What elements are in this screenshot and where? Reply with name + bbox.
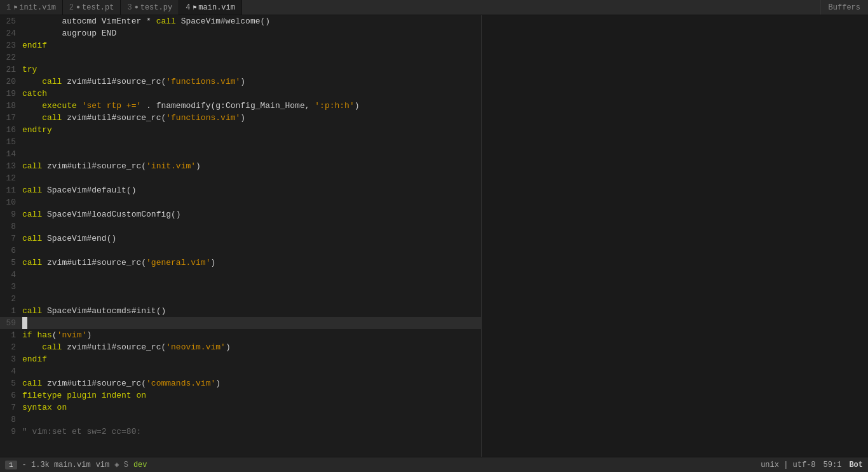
- line-content: " vim:set et sw=2 cc=80:: [22, 426, 481, 438]
- code-token: 'general.vim': [146, 258, 210, 267]
- code-panel: 25 autocmd VimEnter * call SpaceVim#welc…: [0, 15, 482, 457]
- code-token: [22, 77, 42, 86]
- buffers-label: Buffers: [820, 0, 868, 15]
- code-token: zvim#util#source_rc(: [42, 258, 146, 267]
- tab-test-pt[interactable]: 2●test.pt: [63, 0, 121, 15]
- code-token: . fnamemodify(g:Config_Main_Home,: [141, 101, 315, 111]
- line-number: 3: [0, 353, 22, 365]
- status-left: 1 - 1.3k main.vim vim ◈ S dev: [5, 460, 147, 469]
- line-content: call SpaceVim#end(): [22, 233, 481, 245]
- line-content: [22, 196, 481, 208]
- table-row: 6: [0, 245, 481, 257]
- status-diamond: ◈ S: [114, 460, 128, 469]
- tab-label: main.vim: [198, 3, 235, 12]
- table-row: 17 call zvim#util#source_rc('functions.v…: [0, 112, 481, 124]
- code-token: 'set rtp +=': [82, 101, 142, 111]
- code-token: endif: [22, 354, 47, 364]
- line-number: 11: [0, 184, 22, 196]
- line-content: augroup END: [22, 27, 481, 39]
- code-token: call: [42, 342, 62, 352]
- status-num: 1: [5, 461, 17, 469]
- status-bot: Bot: [849, 461, 863, 469]
- code-token: " vim:set et sw=2 cc=80:: [22, 427, 141, 436]
- code-editor[interactable]: 25 autocmd VimEnter * call SpaceVim#welc…: [0, 15, 481, 457]
- code-token: execute: [42, 101, 77, 111]
- line-content: [22, 51, 481, 64]
- table-row: 10: [0, 196, 481, 208]
- code-token: (: [52, 330, 57, 340]
- tab-init-vim[interactable]: 1⚑init.vim: [0, 0, 63, 15]
- line-number: 21: [0, 64, 22, 76]
- table-row: 22: [0, 51, 481, 64]
- table-row: 2: [0, 293, 481, 305]
- table-row: 4: [0, 365, 481, 377]
- code-token: call: [22, 234, 42, 243]
- line-number: 6: [0, 389, 22, 401]
- status-branch: dev: [133, 461, 147, 469]
- code-token: endtry: [22, 125, 52, 135]
- tab-num: 2: [69, 3, 74, 12]
- table-row: 14: [0, 148, 481, 160]
- editor-area: 25 autocmd VimEnter * call SpaceVim#welc…: [0, 15, 868, 457]
- line-content: autocmd VimEnter * call SpaceVim#welcome…: [22, 15, 481, 27]
- line-content: if has('nvim'): [22, 329, 481, 341]
- line-content: endtry: [22, 124, 481, 136]
- tab-label: test.py: [140, 3, 172, 12]
- table-row: 9call SpaceVim#loadCustomConfig(): [0, 208, 481, 220]
- tab-test-py[interactable]: 3●test.py: [121, 0, 179, 15]
- table-row: 16endtry: [0, 124, 481, 136]
- table-row: 25 autocmd VimEnter * call SpaceVim#welc…: [0, 15, 481, 27]
- line-content: call zvim#util#source_rc('init.vim'): [22, 160, 481, 172]
- line-number: 5: [0, 257, 22, 269]
- code-token: [77, 101, 82, 111]
- status-bar: 1 - 1.3k main.vim vim ◈ S dev unix | utf…: [0, 457, 868, 472]
- table-row: 11call SpaceVim#default(): [0, 184, 481, 196]
- line-number: 25: [0, 15, 22, 27]
- code-token: ): [226, 342, 231, 352]
- status-right: unix | utf-8 59:1 Bot: [761, 461, 863, 469]
- table-row: 8: [0, 220, 481, 233]
- line-content: execute 'set rtp +=' . fnamemodify(g:Con…: [22, 100, 481, 112]
- tab-num: 1: [6, 3, 11, 12]
- tab-label: test.pt: [82, 3, 114, 12]
- code-token: SpaceVim#autocmds#init(): [42, 306, 166, 316]
- section1: 25 autocmd VimEnter * call SpaceVim#welc…: [0, 15, 481, 317]
- line-content: catch: [22, 88, 481, 100]
- table-row: 24 augroup END: [0, 27, 481, 39]
- line-number: 9: [0, 426, 22, 438]
- line-number: 12: [0, 172, 22, 184]
- table-row: 5call zvim#util#source_rc('general.vim'): [0, 257, 481, 269]
- code-token: 'functions.vim': [166, 113, 240, 123]
- code-token: call: [22, 379, 42, 388]
- line-content: [22, 220, 481, 233]
- line-number: 19: [0, 88, 22, 100]
- tab-main-vim[interactable]: 4⚑main.vim: [179, 0, 242, 15]
- line-content: syntax on: [22, 401, 481, 414]
- code-token: SpaceVim#default(): [42, 185, 136, 195]
- code-token: ): [355, 101, 360, 111]
- code-token: zvim#util#source_rc(: [62, 113, 166, 123]
- table-row: 1call SpaceVim#autocmds#init(): [0, 305, 481, 317]
- table-row: 23endif: [0, 39, 481, 51]
- line-content: call SpaceVim#loadCustomConfig(): [22, 208, 481, 220]
- code-token: ): [240, 77, 245, 86]
- table-row: 9" vim:set et sw=2 cc=80:: [0, 426, 481, 438]
- table-row: 1if has('nvim'): [0, 329, 481, 341]
- table-row: 15: [0, 136, 481, 148]
- line-number: 18: [0, 100, 22, 112]
- code-token: SpaceVim#loadCustomConfig(): [42, 210, 180, 219]
- code-token: 'nvim': [57, 330, 87, 340]
- tab-icon: ●: [135, 4, 139, 11]
- line-number: 8: [0, 414, 22, 426]
- code-token: zvim#util#source_rc(: [62, 342, 166, 352]
- line-number: 2: [0, 341, 22, 353]
- tab-num: 4: [186, 3, 190, 12]
- code-token: ): [240, 113, 245, 123]
- code-token: catch: [22, 89, 47, 98]
- cursor-line: 59: [0, 317, 481, 329]
- line-number: 1: [0, 329, 22, 341]
- table-row: 3: [0, 281, 481, 293]
- line-number: 6: [0, 245, 22, 257]
- line-number: 10: [0, 196, 22, 208]
- cursor-line-num: 59: [0, 317, 22, 329]
